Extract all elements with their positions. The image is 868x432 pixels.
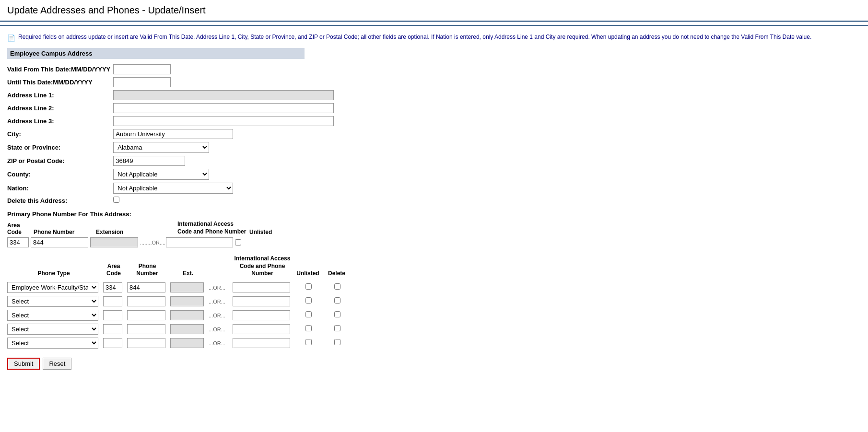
address-form-table: Valid From This Date:MM/DD/YYYY Until Th… [7,63,337,206]
zip-label: ZIP or Postal Code: [7,154,113,167]
phone-type-row: SelectEmployee Work-Faculty/StaffHomeCel… [7,336,352,350]
phone-type-select-2[interactable]: SelectEmployee Work-Faculty/StaffHomeCel… [7,310,98,321]
phone-area-input-2[interactable] [103,310,122,320]
submit-button[interactable]: Submit [7,358,40,370]
phone-ext-input-2[interactable] [170,310,204,320]
reset-button[interactable]: Reset [43,358,71,370]
phone-number-input-1[interactable] [127,296,165,306]
intl-header: International Access Code and Phone Numb… [177,221,249,235]
address-line3-input[interactable] [113,116,334,126]
city-input[interactable] [113,129,233,139]
phone-type-row: SelectEmployee Work-Faculty/StaffHomeCel… [7,322,352,336]
phone-area-input-1[interactable] [103,296,122,306]
page-title: Update Addresses and Phones - Update/Ins… [0,0,868,22]
phone-intl-input-2[interactable] [233,310,290,320]
phone-intl-input-4[interactable] [233,338,290,348]
phone-delete-checkbox-4[interactable] [334,339,340,345]
address3-label: Address Line 3: [7,115,113,128]
phone-type-row: SelectEmployee Work-Faculty/StaffHomeCel… [7,308,352,322]
extension-header: Extension [96,229,153,235]
info-icon: 📄 [7,33,15,43]
area-code-col-header: Area Code [103,254,127,280]
phone-delete-checkbox-1[interactable] [334,297,340,304]
phone-unlisted-checkbox-2[interactable] [305,311,312,317]
county-label: County: [7,167,113,181]
address-line2-input[interactable] [113,103,334,113]
state-label: State or Province: [7,140,113,154]
phone-number-input-4[interactable] [127,338,165,348]
section-header: Employee Campus Address [7,48,305,59]
or-divider: ........OR........ [140,240,164,245]
state-select[interactable]: Alabama Alaska Arizona Arkansas Californ… [113,142,209,153]
primary-phone-label: Primary Phone Number For This Address: [7,210,861,218]
phone-type-select-0[interactable]: SelectEmployee Work-Faculty/StaffHomeCel… [7,282,98,293]
phone-type-row: SelectEmployee Work-Faculty/StaffHomeCel… [7,280,352,294]
delete-address-checkbox[interactable] [113,197,119,203]
phone-area-input-4[interactable] [103,338,122,348]
until-label: Until This Date:MM/DD/YYYY [7,76,113,89]
phone-area-input-0[interactable] [103,282,122,292]
or-label-0: ...OR... [209,280,233,294]
phone-area-input-3[interactable] [103,324,122,334]
phone-intl-input-0[interactable] [233,282,290,292]
unlisted-header: Unlisted [249,229,288,235]
primary-phone-input[interactable] [31,237,88,247]
valid-from-input[interactable] [113,64,171,74]
nation-select[interactable]: Not Applicable United States Canada Mexi… [113,183,233,194]
primary-area-input[interactable] [7,237,29,247]
phone-number-input-2[interactable] [127,310,165,320]
button-row: Submit Reset [7,358,861,370]
primary-ext-input[interactable] [90,237,138,247]
primary-unlisted-checkbox[interactable] [235,239,241,245]
phone-unlisted-checkbox-4[interactable] [305,339,312,345]
phone-unlisted-checkbox-1[interactable] [305,297,312,304]
address2-label: Address Line 2: [7,102,113,115]
nation-label: Nation: [7,181,113,195]
phone-number-input-0[interactable] [127,282,165,292]
primary-intl-input[interactable] [166,237,233,247]
address-line1-input[interactable] [113,90,334,100]
until-date-input[interactable] [113,77,171,87]
phone-unlisted-checkbox-0[interactable] [305,283,312,290]
phone-number-input-3[interactable] [127,324,165,334]
city-label: City: [7,128,113,140]
info-text: Required fields on address update or ins… [18,33,811,41]
phone-number-header: Phone Number [34,229,96,235]
zip-input[interactable] [113,156,185,166]
phone-type-table: Phone Type Area Code Phone Number Ext. I… [7,254,352,350]
area-code-header: Area Code [7,222,34,235]
or-label-3: ...OR... [209,322,233,336]
county-select[interactable]: Not Applicable Lee Montgomery Jefferson [113,169,209,180]
phone-ext-input-1[interactable] [170,296,204,306]
phone-delete-checkbox-0[interactable] [334,283,340,290]
phone-ext-input-3[interactable] [170,324,204,334]
ext-col-header: Ext. [170,254,209,280]
valid-from-label: Valid From This Date:MM/DD/YYYY [7,63,113,76]
or-col-header [209,254,233,280]
phone-intl-input-3[interactable] [233,324,290,334]
or-label-4: ...OR... [209,336,233,350]
delete-label: Delete this Address: [7,195,113,206]
phone-delete-checkbox-3[interactable] [334,325,340,331]
or-label-2: ...OR... [209,308,233,322]
phone-delete-checkbox-2[interactable] [334,311,340,317]
delete-col-header: Delete [324,254,352,280]
phone-type-col-header: Phone Type [7,254,103,280]
or-label-1: ...OR... [209,294,233,308]
phone-ext-input-0[interactable] [170,282,204,292]
phone-type-select-4[interactable]: SelectEmployee Work-Faculty/StaffHomeCel… [7,338,98,349]
unlisted-col-header: Unlisted [295,254,324,280]
phone-type-select-3[interactable]: SelectEmployee Work-Faculty/StaffHomeCel… [7,324,98,335]
phone-ext-input-4[interactable] [170,338,204,348]
phone-unlisted-checkbox-3[interactable] [305,325,312,331]
address1-label: Address Line 1: [7,89,113,102]
phone-type-row: SelectEmployee Work-Faculty/StaffHomeCel… [7,294,352,308]
phone-type-select-1[interactable]: SelectEmployee Work-Faculty/StaffHomeCel… [7,296,98,307]
phone-num-col-header: Phone Number [127,254,170,280]
intl-col-header: International Access Code and Phone Numb… [233,254,295,280]
primary-phone-row: ........OR........ [7,237,861,247]
phone-intl-input-1[interactable] [233,296,290,306]
